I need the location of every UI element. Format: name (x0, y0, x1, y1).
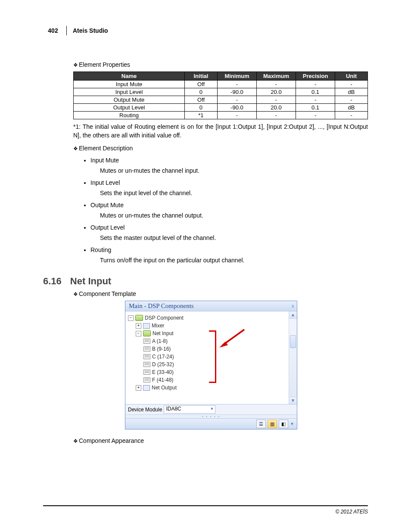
table-row: Output MuteOff---- (74, 96, 368, 104)
folder-icon (143, 330, 151, 336)
chevron-down-icon[interactable]: ▼ (290, 422, 294, 426)
component-template-heading: ❖Component Template (73, 290, 368, 297)
list-item-text: Mutes or un-mutes the channel input. (100, 167, 368, 174)
tree-node-child[interactable]: B (9-16) (143, 345, 295, 353)
component-icon (143, 377, 150, 383)
th-unit: Unit (335, 72, 368, 81)
diamond-icon: ❖ (73, 62, 78, 68)
page-footer: © 2012 ATEÏS (43, 505, 368, 515)
table-cell: 0 (185, 104, 218, 112)
panel-title-bar[interactable]: Main - DSP Components x (125, 301, 297, 311)
list-item-text: Turns on/off the input on the particular… (100, 257, 368, 264)
table-cell: - (217, 81, 256, 88)
table-cell: Off (185, 81, 218, 88)
properties-table: Name Initial Minimum Maximum Precision U… (73, 72, 368, 119)
table-cell: - (335, 112, 368, 119)
diamond-icon: ❖ (73, 146, 78, 152)
tree-node-child[interactable]: C (17-24) (143, 353, 295, 361)
th-name: Name (74, 72, 185, 81)
tree-node-child[interactable]: D (25-32) (143, 361, 295, 368)
tree-label: Net Output (152, 385, 177, 391)
component-icon (143, 339, 150, 344)
tree-node-child[interactable]: A (1-8) (143, 337, 295, 345)
scroll-up-icon[interactable]: ▲ (289, 311, 297, 319)
table-row: Routing*1---- (74, 112, 368, 119)
tree-node-child[interactable]: F (41-48) (143, 376, 295, 384)
table-cell: - (335, 81, 368, 88)
tree-node-mixer[interactable]: + Mixer (136, 322, 295, 330)
folder-icon (135, 315, 143, 321)
table-row: Input Level0-90.020.00.1dB (74, 88, 368, 96)
close-icon[interactable]: x (292, 302, 295, 309)
description-list: Input MuteMutes or un-mutes the channel … (73, 157, 368, 264)
table-cell: 20.0 (256, 88, 296, 96)
element-description-heading: ❖Element Description (73, 145, 368, 152)
expand-icon[interactable]: + (136, 323, 141, 329)
chevron-down-icon[interactable]: ▼ (210, 407, 214, 411)
table-cell: -90.0 (217, 88, 256, 96)
table-cell: 0 (185, 88, 218, 96)
table-cell: Input Mute (74, 81, 185, 88)
th-precision: Precision (296, 72, 335, 81)
resize-grip[interactable]: ● ● ● ● ● (125, 414, 297, 418)
copyright-text: © 2012 ATEÏS (43, 509, 368, 515)
list-item: Input LevelSets the input level of the c… (90, 179, 368, 196)
tree-label: F (41-48) (152, 377, 173, 383)
list-item: RoutingTurns on/off the input on the par… (90, 246, 368, 264)
table-cell: dB (335, 88, 368, 96)
table-cell: - (256, 81, 296, 88)
th-initial: Initial (185, 72, 218, 81)
component-icon (143, 346, 150, 352)
table-cell: - (217, 96, 256, 104)
expand-icon[interactable]: + (136, 385, 141, 391)
header-separator (66, 26, 67, 35)
panel-toolbar: ☰ ▥ ◧ ▼ (125, 418, 297, 429)
list-item-text: Mutes or un-mutes the channel output. (100, 212, 368, 219)
table-cell: - (217, 112, 256, 119)
component-appearance-heading: ❖Component Appearance (73, 437, 368, 444)
toolbar-view1-button[interactable]: ☰ (256, 420, 266, 428)
list-item-text: Sets the master output level of the chan… (100, 234, 368, 241)
tree-node-child[interactable]: E (33-40) (143, 368, 295, 376)
dsp-components-panel: Main - DSP Components x − DSP Component … (125, 301, 297, 429)
th-minimum: Minimum (217, 72, 256, 81)
page-icon (143, 323, 150, 329)
table-row: Input MuteOff---- (74, 81, 368, 88)
panel-title-text: Main - DSP Components (129, 302, 194, 309)
table-row: Output Level0-90.020.00.1dB (74, 104, 368, 112)
toolbar-view3-button[interactable]: ◧ (279, 420, 288, 428)
table-cell: *1 (185, 112, 218, 119)
th-maximum: Maximum (256, 72, 296, 81)
tree-node-net-output[interactable]: + Net Output (136, 384, 295, 392)
scroll-thumb[interactable] (290, 335, 296, 348)
highlight-bracket (209, 330, 216, 383)
table-cell: Input Level (74, 88, 185, 96)
tree-label: D (25-32) (152, 361, 174, 367)
section-number: 6.16 (43, 276, 62, 286)
collapse-icon[interactable]: − (136, 331, 141, 336)
list-item: Input MuteMutes or un-mutes the channel … (90, 157, 368, 174)
element-properties-heading: ❖Element Properties (73, 61, 368, 68)
tree-node-dsp-component[interactable]: − DSP Component (128, 314, 295, 322)
page-number: 402 (43, 27, 63, 34)
section-title: Net Input (70, 276, 111, 286)
device-module-select[interactable]: IDA8C ▼ (164, 405, 215, 414)
table-cell: - (256, 112, 296, 119)
component-icon (143, 354, 150, 359)
table-cell: - (256, 96, 296, 104)
scroll-down-icon[interactable]: ▼ (289, 397, 297, 404)
table-cell: -90.0 (217, 104, 256, 112)
list-item: Output MuteMutes or un-mutes the channel… (90, 202, 368, 219)
table-cell: Off (185, 96, 218, 104)
toolbar-view2-button[interactable]: ▥ (268, 420, 277, 428)
list-item-text: Sets the input level of the channel. (100, 190, 368, 196)
diamond-icon: ❖ (73, 438, 78, 444)
table-cell: 20.0 (256, 104, 296, 112)
collapse-icon[interactable]: − (128, 315, 134, 321)
tree-label: A (1-8) (152, 338, 168, 344)
vertical-scrollbar[interactable]: ▲ ▼ (289, 311, 297, 404)
tree-label: C (17-24) (152, 354, 174, 360)
table-footnote: *1: The initial value of Routing element… (73, 123, 368, 140)
section-heading: 6.16Net Input (43, 276, 368, 287)
tree-label: Net Input (153, 330, 174, 336)
